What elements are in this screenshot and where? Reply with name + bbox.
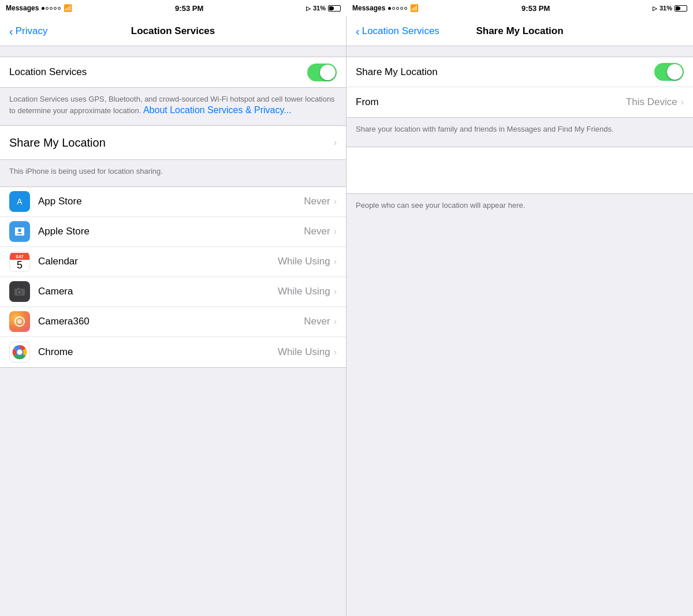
signal-dot-1 (42, 7, 44, 10)
camera360-name: Camera360 (38, 316, 304, 327)
share-location-note-block: This iPhone is being used for location s… (0, 160, 346, 186)
app-row-camera[interactable]: Camera While Using › (0, 277, 346, 307)
app-row-appstore[interactable]: A App Store Never › (0, 187, 346, 217)
applestore-permission: Never (304, 226, 330, 237)
chrome-icon (9, 342, 30, 363)
cal-day: 5 (17, 260, 23, 270)
left-nav: ‹ Privacy Location Services (0, 16, 346, 46)
svg-point-4 (18, 229, 21, 232)
right-location-icon: ▷ (653, 5, 657, 12)
left-battery-pct: 31% (313, 5, 326, 12)
app-list-group: A App Store Never › Apple Store N (0, 186, 346, 368)
signal-dot-r4 (400, 7, 403, 10)
right-nav-title: Share My Location (476, 25, 563, 37)
main-content: Location Services Location Services uses… (0, 46, 693, 616)
appstore-chevron: › (334, 196, 337, 207)
calendar-permission: While Using (278, 256, 330, 267)
right-panel: Share My Location From This Device › Sha… (346, 46, 693, 616)
right-desc-2-block: People who can see your location will ap… (346, 194, 693, 223)
share-toggle-row[interactable]: Share My Location (346, 57, 693, 87)
svg-text:A: A (17, 197, 23, 206)
share-my-location-group: Share My Location › (0, 125, 346, 160)
camera360-chevron: › (334, 316, 337, 327)
right-status-left: Messages 📶 (352, 4, 419, 12)
applestore-name: Apple Store (38, 226, 304, 237)
right-share-label: Share My Location (356, 66, 654, 78)
calendar-icon: SAT 5 (9, 251, 30, 272)
left-back-button[interactable]: ‹ Privacy (9, 25, 47, 37)
signal-dot-r5 (404, 7, 407, 10)
share-my-location-chevron: › (334, 137, 337, 148)
app-row-chrome[interactable]: Chrome While Using › (0, 337, 346, 367)
applestore-chevron: › (334, 226, 337, 237)
left-battery-nub (333, 7, 334, 10)
left-status: Messages 📶 9:53 PM ▷ 31% (0, 0, 346, 16)
calendar-name: Calendar (38, 256, 278, 267)
from-label: From (356, 96, 626, 108)
signal-dot-4 (54, 7, 57, 10)
signal-dot-r2 (392, 7, 395, 10)
camera360-icon (9, 311, 30, 332)
app-row-calendar[interactable]: SAT 5 Calendar While Using › (0, 247, 346, 277)
share-toggle-group: Share My Location From This Device › (346, 57, 693, 118)
left-battery-icon (328, 5, 341, 12)
camera-icon (9, 281, 30, 302)
appstore-name: App Store (38, 196, 304, 207)
share-my-location-toggle-right[interactable] (654, 63, 684, 81)
people-group (346, 147, 693, 194)
right-back-chevron: ‹ (356, 25, 360, 37)
right-desc-1-block: Share your location with family and frie… (346, 118, 693, 147)
location-services-toggle[interactable] (307, 64, 337, 81)
app-row-applestore[interactable]: Apple Store Never › (0, 217, 346, 247)
left-back-chevron: ‹ (9, 25, 13, 37)
right-status-right: ▷ 31% (653, 5, 687, 12)
people-placeholder (346, 147, 693, 193)
svg-point-9 (18, 291, 21, 294)
status-bar: Messages 📶 9:53 PM ▷ 31% Messages (0, 0, 693, 16)
right-wifi-icon: 📶 (410, 4, 419, 12)
share-my-location-row[interactable]: Share My Location › (0, 126, 346, 159)
left-nav-title: Location Services (131, 25, 215, 37)
right-desc-1: Share your location with family and frie… (356, 125, 614, 133)
signal-dot-2 (46, 7, 49, 10)
share-location-note: This iPhone is being used for location s… (9, 167, 163, 176)
right-battery-nub (679, 7, 680, 10)
signal-dot-3 (50, 7, 53, 10)
left-time: 9:53 PM (175, 4, 203, 13)
camera-name: Camera (38, 286, 278, 297)
left-gap-1 (0, 46, 346, 57)
left-location-icon: ▷ (306, 5, 311, 12)
left-app-name: Messages (6, 4, 39, 12)
share-my-location-label: Share My Location (9, 136, 334, 150)
right-back-label: Location Services (362, 25, 439, 37)
right-status: Messages 📶 9:53 PM ▷ 31% (346, 0, 693, 16)
share-toggle-knob (667, 64, 683, 80)
right-gap-1 (346, 46, 693, 57)
location-services-link[interactable]: About Location Services & Privacy... (143, 105, 292, 115)
appstore-icon: A (9, 191, 30, 212)
right-app-name: Messages (352, 4, 385, 12)
left-panel: Location Services Location Services uses… (0, 46, 346, 616)
appstore-permission: Never (304, 196, 330, 207)
svg-point-15 (17, 349, 22, 354)
left-signal (42, 7, 61, 10)
location-services-row[interactable]: Location Services (0, 57, 346, 87)
location-services-group: Location Services (0, 57, 346, 88)
left-status-right: ▷ 31% (306, 5, 341, 12)
chrome-name: Chrome (38, 346, 278, 358)
from-value: This Device (626, 96, 677, 108)
left-status-left: Messages 📶 (6, 4, 72, 12)
from-row[interactable]: From This Device › (346, 87, 693, 117)
from-chevron: › (681, 97, 684, 107)
right-signal (388, 7, 407, 10)
right-back-button[interactable]: ‹ Location Services (356, 25, 439, 37)
app-row-camera360[interactable]: Camera360 Never › (0, 307, 346, 337)
right-desc-2: People who can see your location will ap… (356, 201, 525, 210)
camera360-permission: Never (304, 316, 330, 327)
signal-dot-r3 (396, 7, 399, 10)
left-wifi-icon: 📶 (64, 4, 72, 12)
signal-dot-5 (58, 7, 61, 10)
applestore-icon (9, 221, 30, 242)
calendar-chevron: › (334, 256, 337, 267)
right-battery-icon (675, 5, 687, 12)
